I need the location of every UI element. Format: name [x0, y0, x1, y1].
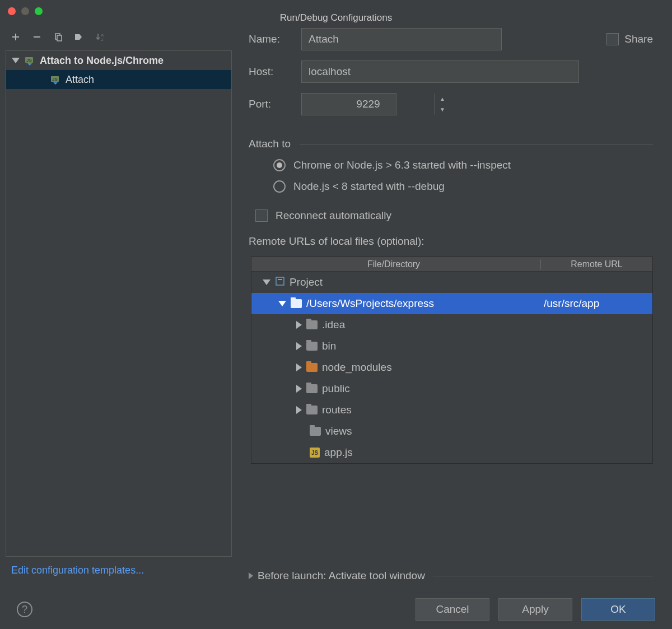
- copy-config-icon[interactable]: [53, 31, 64, 43]
- attach-option1-label: Chrome or Node.js > 6.3 started with --i…: [293, 159, 511, 171]
- table-row[interactable]: views: [251, 421, 652, 442]
- config-group-label: Attach to Node.js/Chrome: [40, 55, 164, 67]
- radio-icon: [273, 180, 286, 193]
- nodejs-icon: JS: [24, 55, 35, 66]
- config-form: Name: Share Host: Port: ▲ ▼ Attach to: [237, 22, 672, 590]
- radio-selected-icon: [273, 159, 286, 171]
- host-label: Host:: [249, 66, 301, 78]
- folder-icon: [291, 299, 302, 308]
- reconnect-row[interactable]: Reconnect automatically: [249, 197, 653, 225]
- reconnect-label: Reconnect automatically: [276, 209, 391, 222]
- port-label: Port:: [249, 98, 301, 110]
- row-label: node_modules: [322, 361, 392, 374]
- window-close-icon[interactable]: [8, 7, 16, 15]
- add-config-icon[interactable]: [10, 31, 21, 43]
- svg-rect-2: [57, 35, 62, 41]
- chevron-right-icon: [296, 321, 302, 329]
- apply-button[interactable]: Apply: [498, 598, 572, 621]
- row-label: public: [322, 383, 350, 395]
- svg-text:JS: JS: [52, 77, 58, 82]
- chevron-down-icon: [278, 301, 286, 306]
- folder-icon: [306, 384, 318, 393]
- chevron-right-icon[interactable]: [249, 572, 253, 579]
- col-url-header: Remote URL: [540, 259, 652, 269]
- row-label: bin: [322, 340, 336, 352]
- help-button[interactable]: ?: [17, 602, 32, 617]
- window-title: Run/Debug Configurations: [280, 12, 392, 24]
- window-zoom-icon[interactable]: [35, 7, 43, 15]
- port-step-up[interactable]: ▲: [435, 94, 450, 104]
- sidebar-toolbar: az: [6, 28, 232, 50]
- config-item-label: Attach: [66, 74, 94, 86]
- port-input[interactable]: [302, 98, 435, 110]
- remote-urls-table: File/Directory Remote URL Project /Users…: [251, 257, 653, 464]
- js-file-icon: JS: [310, 448, 320, 458]
- attach-section-label: Attach to: [249, 138, 291, 150]
- folder-icon: [306, 342, 318, 351]
- attach-option2-label: Node.js < 8 started with --debug: [293, 180, 445, 193]
- chevron-right-icon: [296, 342, 302, 350]
- chevron-right-icon: [296, 406, 302, 414]
- folder-icon: [306, 320, 318, 329]
- chevron-down-icon: [12, 58, 20, 63]
- cancel-button[interactable]: Cancel: [416, 598, 489, 621]
- save-config-icon[interactable]: [74, 31, 85, 43]
- folder-icon: [310, 427, 321, 436]
- divider: [433, 576, 653, 576]
- svg-text:JS: JS: [26, 58, 32, 63]
- row-label: /Users/WsProjects/express: [306, 297, 434, 310]
- row-label: routes: [322, 404, 352, 416]
- chevron-right-icon: [296, 364, 302, 371]
- table-row[interactable]: routes: [251, 399, 652, 421]
- sort-config-icon[interactable]: az: [95, 31, 106, 43]
- titlebar: Run/Debug Configurations: [0, 0, 672, 22]
- row-label: .idea: [322, 319, 345, 331]
- remote-url-value[interactable]: /usr/src/app: [539, 297, 652, 310]
- row-label: views: [325, 425, 352, 437]
- divider: [300, 144, 653, 145]
- remote-urls-label: Remote URLs of local files (optional):: [249, 235, 424, 248]
- host-input[interactable]: [301, 60, 579, 83]
- svg-rect-10: [278, 279, 282, 280]
- col-file-header: File/Directory: [251, 259, 540, 269]
- attach-option-debug[interactable]: Node.js < 8 started with --debug: [249, 176, 653, 197]
- chevron-down-icon: [263, 279, 270, 285]
- share-checkbox[interactable]: [606, 33, 619, 45]
- config-group[interactable]: JS Attach to Node.js/Chrome: [6, 51, 231, 70]
- before-launch-label: Before launch: Activate tool window: [258, 570, 425, 582]
- table-row[interactable]: public: [251, 378, 652, 399]
- chevron-right-icon: [296, 385, 302, 393]
- folder-excluded-icon: [306, 363, 318, 372]
- name-input[interactable]: [301, 28, 502, 50]
- table-row[interactable]: node_modules: [251, 357, 652, 378]
- attach-option-inspect[interactable]: Chrome or Node.js > 6.3 started with --i…: [249, 155, 653, 176]
- svg-rect-9: [276, 277, 284, 285]
- project-icon: [275, 276, 285, 289]
- svg-text:a: a: [101, 33, 104, 37]
- folder-icon: [306, 406, 318, 414]
- table-row[interactable]: bin: [251, 336, 652, 357]
- table-row[interactable]: .idea: [251, 314, 652, 336]
- remove-config-icon[interactable]: [31, 31, 43, 43]
- row-label: app.js: [324, 446, 353, 459]
- table-row[interactable]: Project: [251, 272, 652, 293]
- table-row[interactable]: /Users/WsProjects/express /usr/src/app: [251, 293, 652, 314]
- reconnect-checkbox[interactable]: [255, 209, 268, 222]
- share-label: Share: [624, 33, 653, 45]
- svg-rect-0: [34, 36, 40, 38]
- configurations-sidebar: az JS Attach to Node.js/Chrome JS Attach…: [0, 22, 237, 590]
- config-item-attach[interactable]: JS Attach: [6, 70, 231, 89]
- name-label: Name:: [249, 33, 301, 45]
- svg-text:z: z: [101, 38, 104, 41]
- port-step-down[interactable]: ▼: [435, 104, 450, 115]
- nodejs-icon: JS: [50, 74, 61, 85]
- config-tree[interactable]: JS Attach to Node.js/Chrome JS Attach: [6, 50, 232, 557]
- ok-button[interactable]: OK: [581, 598, 655, 621]
- table-row[interactable]: JSapp.js: [251, 442, 652, 463]
- row-label: Project: [290, 276, 323, 288]
- dialog-footer: ? Cancel Apply OK: [0, 590, 672, 629]
- edit-templates-link[interactable]: Edit configuration templates...: [6, 557, 232, 584]
- window-minimize-icon[interactable]: [21, 7, 29, 15]
